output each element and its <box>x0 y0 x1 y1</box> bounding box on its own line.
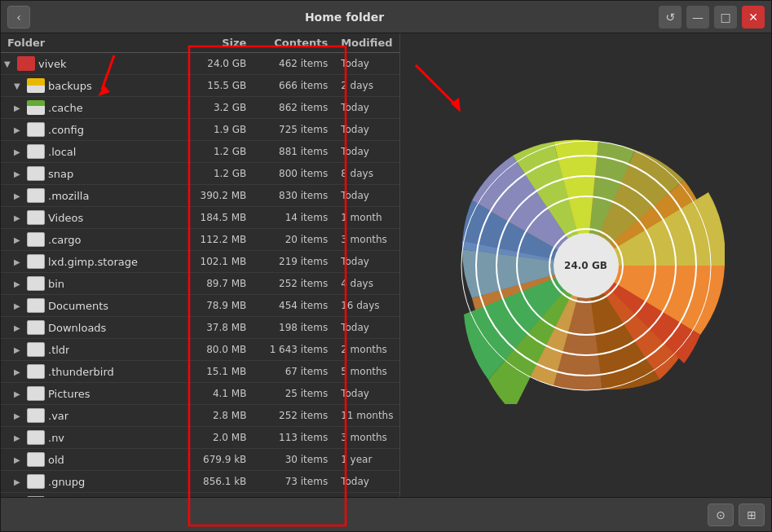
back-icon: ‹ <box>16 11 21 24</box>
row-contents: 666 items <box>253 80 334 91</box>
expand-arrow[interactable]: ▶ <box>14 191 24 200</box>
expand-arrow[interactable]: ▼ <box>4 59 14 68</box>
row-contents: 14 items <box>253 212 334 223</box>
expand-arrow[interactable]: ▶ <box>14 433 24 442</box>
table-row[interactable]: ▶.nv2.0 MB113 items3 months <box>1 427 399 449</box>
expand-arrow[interactable]: ▶ <box>14 477 24 486</box>
row-contents: 67 items <box>253 366 334 377</box>
row-size: 1.9 GB <box>188 124 254 135</box>
chart-center-label: 24.0 GB <box>554 233 619 298</box>
expand-arrow[interactable]: ▶ <box>14 213 24 222</box>
expand-arrow[interactable]: ▶ <box>14 279 24 288</box>
folder-name: .cache <box>48 102 83 114</box>
folder-icon <box>27 342 45 357</box>
expand-arrow[interactable]: ▶ <box>14 367 24 376</box>
row-size: 78.9 MB <box>188 300 254 311</box>
row-size: 1.2 GB <box>188 168 254 179</box>
table-row[interactable]: ▶.tldr80.0 MB1 643 items2 months <box>1 339 399 361</box>
table-row[interactable]: ▼vivek24.0 GB462 itemsToday <box>1 53 399 75</box>
table-row[interactable]: ▶Documents78.9 MB454 items16 days <box>1 295 399 317</box>
row-contents: 454 items <box>253 300 334 311</box>
titlebar-left: ‹ <box>7 6 30 29</box>
minimize-button[interactable]: — <box>686 6 709 29</box>
folder-icon <box>27 232 45 247</box>
table-row[interactable]: ▶.local1.2 GB881 itemsToday <box>1 141 399 163</box>
row-modified: 1 month <box>334 212 399 223</box>
expand-arrow[interactable]: ▶ <box>14 147 24 156</box>
row-modified: 2 days <box>334 80 399 91</box>
folder-icon <box>27 166 45 181</box>
folder-icon <box>27 78 45 93</box>
table-row[interactable]: ▶snap1.2 GB800 items8 days <box>1 163 399 185</box>
row-size: 4.1 MB <box>188 388 254 399</box>
expand-arrow[interactable]: ▶ <box>14 103 24 112</box>
table-row[interactable]: ▼backups15.5 GB666 items2 days <box>1 75 399 97</box>
table-row[interactable]: ▶.config1.9 GB725 itemsToday <box>1 119 399 141</box>
table-row[interactable]: ▶.mozilla390.2 MB830 itemsToday <box>1 185 399 207</box>
folder-icon <box>27 100 45 115</box>
table-row[interactable]: ▶.gnupg856.1 kB73 itemsToday <box>1 471 399 493</box>
grid-view-icon: ⊞ <box>747 508 757 521</box>
row-modified: Today <box>334 476 399 487</box>
expand-arrow[interactable]: ▶ <box>14 323 24 332</box>
folder-name: Documents <box>48 300 108 312</box>
expand-arrow[interactable]: ▶ <box>14 345 24 354</box>
close-button[interactable]: ✕ <box>742 6 765 29</box>
row-contents: 219 items <box>253 256 334 267</box>
row-contents: 20 items <box>253 234 334 245</box>
folder-name: vivek <box>38 58 67 70</box>
folder-icon <box>27 364 45 379</box>
table-row[interactable]: ▶bin89.7 MB252 items4 days <box>1 273 399 295</box>
table-row[interactable]: ▶old679.9 kB30 items1 year <box>1 449 399 471</box>
table-row[interactable]: ▶Downloads37.8 MB198 itemsToday <box>1 317 399 339</box>
folder-name: bin <box>48 278 64 290</box>
expand-arrow[interactable]: ▶ <box>14 301 24 310</box>
folder-icon <box>27 474 45 489</box>
table-row[interactable]: ▶Pictures4.1 MB25 itemsToday <box>1 383 399 405</box>
content-area: Folder Size Contents Modified ▼vivek24.0… <box>1 33 771 497</box>
folder-icon <box>27 452 45 467</box>
window-title: Home folder <box>30 11 659 24</box>
row-contents: 462 items <box>253 58 334 69</box>
list-view-button[interactable]: ⊙ <box>708 503 734 526</box>
row-size: 856.1 kB <box>188 476 254 487</box>
folder-name: Downloads <box>48 322 106 334</box>
expand-arrow[interactable]: ▶ <box>14 411 24 420</box>
table-row[interactable]: ▶.cargo112.2 MB20 items3 months <box>1 229 399 251</box>
table-row[interactable]: ▶Videos184.5 MB14 items1 month <box>1 207 399 229</box>
back-button[interactable]: ‹ <box>7 6 30 29</box>
folder-icon <box>17 56 35 71</box>
folder-name: .gnupg <box>48 476 85 488</box>
row-modified: 3 months <box>334 234 399 245</box>
expand-arrow[interactable]: ▶ <box>14 169 24 178</box>
table-row[interactable]: ▶.cache3.2 GB862 itemsToday <box>1 97 399 119</box>
row-modified: Today <box>334 146 399 157</box>
row-size: 15.5 GB <box>188 80 254 91</box>
row-size: 102.1 MB <box>188 256 254 267</box>
maximize-button[interactable]: □ <box>714 6 737 29</box>
expand-arrow[interactable]: ▶ <box>14 257 24 266</box>
row-contents: 30 items <box>253 454 334 465</box>
expand-arrow[interactable]: ▶ <box>14 389 24 398</box>
expand-arrow[interactable]: ▶ <box>14 125 24 134</box>
expand-arrow[interactable]: ▶ <box>14 455 24 464</box>
folder-name: Videos <box>48 212 83 224</box>
reload-button[interactable]: ↺ <box>659 6 682 29</box>
header-modified: Modified <box>334 37 399 49</box>
row-size: 112.2 MB <box>188 234 254 245</box>
folder-icon <box>27 210 45 225</box>
expand-arrow[interactable]: ▶ <box>14 235 24 244</box>
expand-arrow[interactable]: ▼ <box>14 81 24 90</box>
row-modified: 2 months <box>334 344 399 355</box>
folder-icon <box>27 144 45 159</box>
row-modified: Today <box>334 256 399 267</box>
table-row[interactable]: ▶.var2.8 MB252 items11 months <box>1 405 399 427</box>
folder-icon <box>27 298 45 313</box>
folder-name: .cargo <box>48 234 82 246</box>
table-row[interactable]: ▶lxd.gimp.storage102.1 MB219 itemsToday <box>1 251 399 273</box>
row-contents: 1 643 items <box>253 344 334 355</box>
table-row[interactable]: ▶.thunderbird15.1 MB67 items5 months <box>1 361 399 383</box>
grid-view-button[interactable]: ⊞ <box>739 503 765 526</box>
file-list-panel: Folder Size Contents Modified ▼vivek24.0… <box>1 33 400 497</box>
main-window: ‹ Home folder ↺ — □ ✕ Folder Size Conten… <box>0 0 772 532</box>
